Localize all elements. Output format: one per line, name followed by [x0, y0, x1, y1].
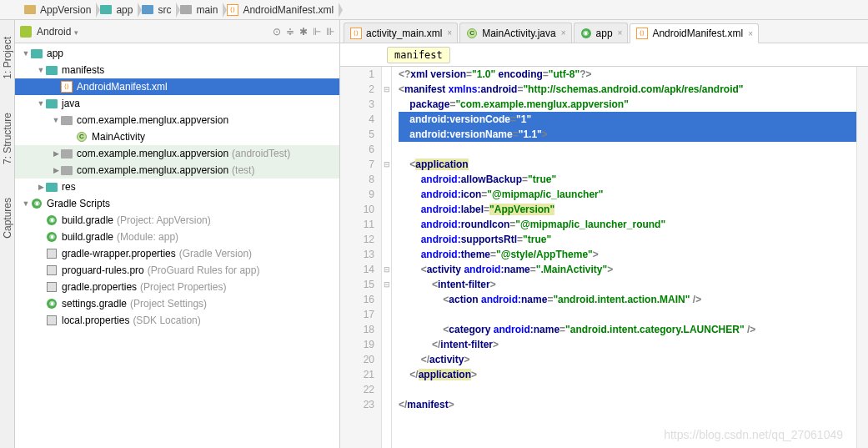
editor-tab[interactable]: ⟨⟩AndroidManifest.xml× [630, 23, 759, 43]
collapse-icon[interactable]: ≑ [286, 26, 294, 38]
view-dropdown[interactable]: Android ▾ [37, 26, 273, 38]
target-icon[interactable]: ⊙ [273, 26, 281, 38]
breadcrumb-item[interactable]: ⟨⟩AndroidManifest.xml [223, 1, 339, 19]
tree-item[interactable]: ▼java [15, 95, 339, 112]
xml-crumb-bar: manifest [340, 43, 868, 67]
tree-item[interactable]: proguard-rules.pro(ProGuard Rules for ap… [15, 262, 339, 279]
tree-item[interactable]: ⟨⟩AndroidManifest.xml [15, 78, 339, 95]
tree-item[interactable]: ▼◉Gradle Scripts [15, 195, 339, 212]
tree-item[interactable]: local.properties(SDK Location) [15, 312, 339, 329]
tree-item[interactable]: ▼com.example.menglux.appversion [15, 112, 339, 128]
tab-captures[interactable]: Captures [2, 198, 13, 239]
breadcrumb-item[interactable]: main [176, 1, 223, 19]
tree-item[interactable]: ▶res [15, 179, 339, 195]
tree-item[interactable]: ◉build.gradle(Project: AppVersion) [15, 212, 339, 229]
tree-item[interactable]: ▶com.example.menglux.appversion(test) [15, 162, 339, 179]
close-icon[interactable]: × [447, 28, 452, 38]
android-icon [20, 26, 32, 38]
tree-item[interactable]: gradle.properties(Project Properties) [15, 279, 339, 295]
editor-area: ⟨⟩activity_main.xml×CMainActivity.java×◉… [340, 20, 868, 448]
fold-gutter[interactable]: ⊟⊟⊟⊟ [382, 67, 392, 448]
line-gutter: 1234567891011121314151617181920212223 [340, 67, 382, 448]
tree-item[interactable]: ◉settings.gradle(Project Settings) [15, 295, 339, 312]
tab-structure[interactable]: 7: Structure [2, 113, 13, 164]
tree-item[interactable]: ◉build.gradle(Module: app) [15, 229, 339, 245]
close-icon[interactable]: × [618, 28, 623, 38]
hide-icon[interactable]: ⊪ [326, 26, 334, 38]
settings-icon[interactable]: ✱ [299, 26, 308, 38]
left-tool-tabs: 1: Project 7: Structure Captures [0, 20, 15, 448]
close-icon[interactable]: × [561, 28, 566, 38]
editor-tabs: ⟨⟩activity_main.xml×CMainActivity.java×◉… [340, 20, 868, 43]
tab-project[interactable]: 1: Project [2, 37, 13, 79]
breadcrumb-item[interactable]: AppVersion [20, 1, 96, 19]
project-sidebar: Android ▾ ⊙ ≑ ✱ ⊩ ⊪ ▼app▼manifests⟨⟩Andr… [15, 20, 340, 448]
close-icon[interactable]: × [748, 29, 753, 38]
breadcrumb-item[interactable]: src [138, 1, 176, 19]
tree-item[interactable]: CMainActivity [15, 128, 339, 145]
code-content[interactable]: <?xml version="1.0" encoding="utf-8"?><m… [392, 67, 856, 448]
sidebar-header: Android ▾ ⊙ ≑ ✱ ⊩ ⊪ [15, 20, 339, 43]
tree-item[interactable]: ▼manifests [15, 62, 339, 78]
tree-item[interactable]: gradle-wrapper.properties(Gradle Version… [15, 245, 339, 262]
config-icon[interactable]: ⊩ [313, 26, 321, 38]
editor-tab[interactable]: CMainActivity.java× [459, 23, 571, 43]
breadcrumb-item[interactable]: app [96, 1, 138, 19]
editor-tab[interactable]: ◉app× [574, 23, 629, 43]
tree-item[interactable]: ▶com.example.menglux.appversion(androidT… [15, 145, 339, 162]
project-tree[interactable]: ▼app▼manifests⟨⟩AndroidManifest.xml▼java… [15, 43, 339, 448]
crumb-tag[interactable]: manifest [387, 47, 450, 63]
tree-item[interactable]: ▼app [15, 45, 339, 62]
code-area[interactable]: 1234567891011121314151617181920212223 ⊟⊟… [340, 67, 868, 448]
right-scrollbar[interactable] [856, 67, 868, 448]
editor-tab[interactable]: ⟨⟩activity_main.xml× [344, 23, 458, 43]
watermark: https://blog.csdn.net/qq_27061049 [664, 428, 843, 441]
breadcrumb: AppVersionappsrcmain⟨⟩AndroidManifest.xm… [0, 0, 868, 20]
